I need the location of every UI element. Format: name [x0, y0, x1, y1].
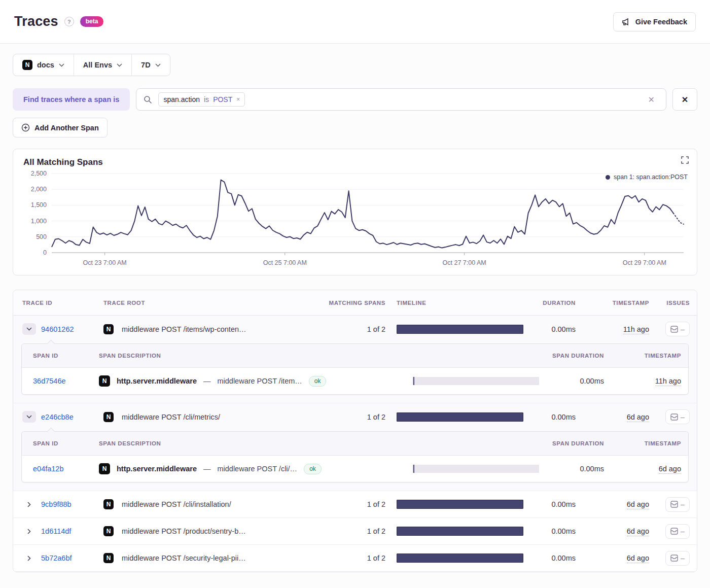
chevron-down-icon [117, 63, 122, 67]
timeline-bar[interactable] [397, 554, 523, 563]
span-timestamp[interactable]: 6d ago [659, 465, 681, 474]
svg-text:Oct 29 7:00 AM: Oct 29 7:00 AM [623, 259, 666, 266]
project-selector[interactable]: N docs [13, 54, 74, 76]
issues-icon [670, 501, 678, 508]
span-sub-table: SPAN ID SPAN DESCRIPTION SPAN DURATION T… [21, 343, 689, 395]
svg-text:1,500: 1,500 [31, 201, 47, 209]
add-another-span-button[interactable]: Add Another Span [13, 118, 108, 137]
traces-table: TRACE ID TRACE ROOT MATCHING SPANS TIMEL… [13, 290, 697, 572]
span-row[interactable]: e04fa12b N http.server.middleware — midd… [22, 456, 688, 482]
col-timeline: TIMELINE [385, 300, 522, 306]
col-span-duration: SPAN DURATION [548, 440, 604, 446]
trace-id-link[interactable]: 1d6114df [41, 527, 71, 535]
span-description: middleware POST /cli/… [217, 465, 297, 473]
chevron-right-icon[interactable] [22, 526, 36, 537]
issues-button[interactable]: – [665, 409, 690, 424]
dash-separator: — [203, 377, 211, 385]
table-row[interactable]: 5b72a6bf N middleware POST /security-leg… [13, 545, 697, 572]
trace-timestamp[interactable]: 6d ago [627, 527, 649, 536]
top-bar: Traces ? beta Give Feedback [0, 0, 710, 44]
trace-duration: 0.00ms [522, 500, 576, 508]
trace-group: e246cb8e N middleware POST /cli/metrics/… [13, 403, 697, 491]
search-icon [144, 95, 152, 104]
issues-count: – [681, 500, 685, 508]
date-range-selector[interactable]: 7D [131, 54, 170, 76]
close-filter-button[interactable]: ✕ [672, 88, 697, 111]
timeline-bar[interactable] [397, 412, 523, 422]
table-row[interactable]: 9cb9f88b N middleware POST /cli/installa… [13, 491, 697, 518]
span-row[interactable]: 36d7546e N http.server.middleware — midd… [22, 368, 688, 394]
beta-badge: beta [80, 16, 104, 27]
nextjs-logo-icon: N [103, 553, 114, 563]
add-another-span-label: Add Another Span [34, 124, 99, 132]
span-description: middleware POST /item… [217, 377, 302, 385]
timeline-bar[interactable] [397, 500, 523, 509]
span-id-link[interactable]: e04fa12b [33, 465, 99, 473]
trace-timestamp[interactable]: 6d ago [627, 554, 649, 563]
span-search-input[interactable]: span.action is POST × ✕ [136, 88, 666, 111]
nextjs-logo-icon: N [103, 324, 114, 334]
legend-label: span 1: span.action:POST [614, 174, 688, 181]
issues-button[interactable]: – [665, 322, 690, 336]
plus-circle-icon [21, 123, 30, 132]
trace-id-link[interactable]: 94601262 [41, 325, 74, 333]
environment-selector[interactable]: All Envs [74, 54, 131, 76]
chart-legend[interactable]: span 1: span.action:POST [606, 174, 688, 181]
col-span-description: SPAN DESCRIPTION [99, 353, 411, 359]
timeline-bar[interactable] [397, 527, 523, 536]
col-span-id: SPAN ID [33, 440, 99, 446]
svg-text:Oct 23 7:00 AM: Oct 23 7:00 AM [83, 259, 127, 266]
svg-text:Oct 25 7:00 AM: Oct 25 7:00 AM [263, 259, 307, 266]
issues-icon [670, 528, 678, 535]
trace-timestamp[interactable]: 6d ago [627, 413, 649, 422]
give-feedback-button[interactable]: Give Feedback [613, 12, 696, 31]
give-feedback-label: Give Feedback [635, 18, 687, 26]
nextjs-logo-icon: N [103, 499, 114, 509]
table-row[interactable]: 94601262 N middleware POST /items/wp-con… [13, 316, 697, 342]
matching-spans-count: 1 of 2 [317, 554, 385, 562]
chevron-right-icon[interactable] [22, 499, 36, 510]
chevron-down-icon[interactable] [22, 411, 36, 423]
span-operation: http.server.middleware [117, 465, 197, 473]
close-icon: ✕ [682, 95, 688, 105]
nextjs-logo-icon: N [103, 526, 114, 536]
issues-button[interactable]: – [665, 551, 690, 566]
nextjs-logo-icon: N [99, 375, 110, 387]
help-icon[interactable]: ? [64, 17, 74, 26]
token-remove-icon[interactable]: × [236, 96, 240, 103]
megaphone-icon [622, 18, 631, 26]
trace-id-link[interactable]: 5b72a6bf [41, 554, 72, 562]
issues-button[interactable]: – [665, 524, 690, 539]
nextjs-logo-icon: N [99, 463, 110, 474]
search-clear-icon[interactable]: ✕ [644, 95, 659, 105]
span-timeline-bar[interactable] [412, 377, 539, 385]
page-filter-bar: N docs All Envs 7D [13, 54, 170, 76]
timeline-bar[interactable] [397, 325, 523, 334]
col-span-id: SPAN ID [33, 353, 99, 359]
issues-icon [670, 555, 678, 562]
trace-timestamp[interactable]: 11h ago [623, 325, 649, 334]
issues-button[interactable]: – [665, 497, 690, 512]
table-row[interactable]: 1d6114df N middleware POST /product/sent… [13, 518, 697, 545]
table-row[interactable]: e246cb8e N middleware POST /cli/metrics/… [13, 403, 697, 430]
span-duration: 0.00ms [548, 465, 604, 473]
issues-icon [670, 413, 678, 421]
chevron-down-icon[interactable] [22, 323, 36, 335]
matching-spans-count: 1 of 2 [317, 413, 385, 421]
trace-root: middleware POST /product/sentry-b… [122, 527, 246, 535]
span-timeline-bar[interactable] [412, 465, 539, 473]
trace-timestamp[interactable]: 6d ago [627, 500, 649, 509]
span-timestamp[interactable]: 11h ago [655, 377, 681, 386]
trace-id-link[interactable]: e246cb8e [41, 413, 74, 421]
col-span-timestamp: TIMESTAMP [604, 353, 681, 359]
status-badge: ok [304, 464, 322, 474]
trace-duration: 0.00ms [522, 325, 576, 333]
chevron-right-icon[interactable] [22, 552, 36, 564]
trace-id-link[interactable]: 9cb9f88b [41, 500, 72, 508]
span-header-row: SPAN ID SPAN DESCRIPTION SPAN DURATION T… [22, 432, 688, 456]
span-id-link[interactable]: 36d7546e [33, 377, 99, 385]
fullscreen-icon[interactable] [681, 156, 689, 164]
search-token[interactable]: span.action is POST × [158, 92, 245, 107]
col-span-duration: SPAN DURATION [548, 353, 604, 359]
all-matching-spans-panel: All Matching Spans span 1: span.action:P… [13, 149, 697, 275]
